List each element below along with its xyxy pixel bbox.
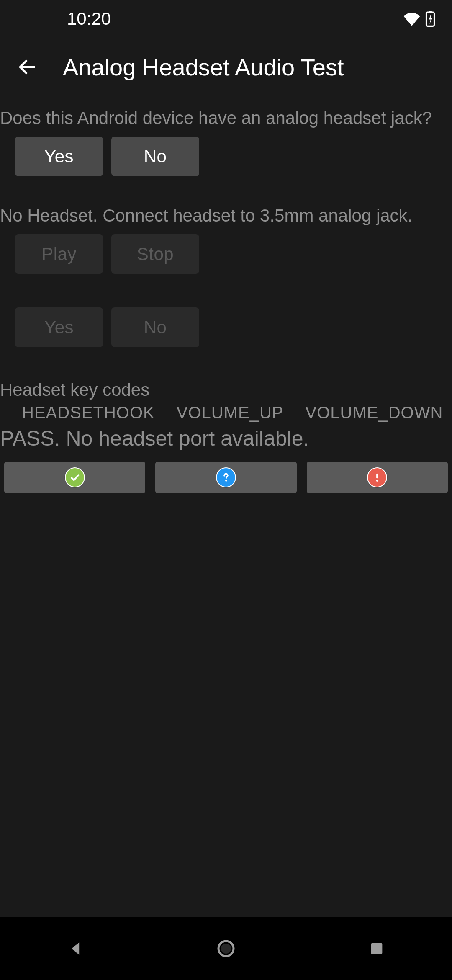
page-title: Analog Headset Audio Test [63,54,344,81]
confirm2-yes-button: Yes [15,307,103,347]
confirm2-no-button: No [111,307,199,347]
svg-point-4 [376,480,378,482]
svg-rect-3 [376,474,378,479]
fail-button[interactable] [307,462,448,493]
keycodes-label: Headset key codes [0,347,452,400]
keycode-item: VOLUME_DOWN [305,403,443,422]
result-text: PASS. No headset port available. [0,422,452,451]
keycode-item: HEADSETHOOK [22,403,155,422]
has-jack-no-button[interactable]: No [111,137,199,176]
app-bar: Analog Headset Audio Test [0,38,452,96]
keycodes-row: HEADSETHOOK VOLUME_UP VOLUME_DOWN [0,400,452,422]
result-button-row [0,451,452,493]
battery-charging-icon [425,11,435,27]
nav-home-button[interactable] [211,934,241,963]
nav-recent-button[interactable] [362,934,391,963]
navigation-bar [0,917,452,980]
question-icon [216,467,236,487]
pass-button[interactable] [4,462,145,493]
exclamation-icon [367,467,387,487]
svg-rect-7 [371,943,383,954]
wifi-icon [403,12,420,26]
check-icon [65,467,85,487]
keycode-item: VOLUME_UP [177,403,284,422]
playback-button-row: Play Stop [0,226,452,274]
status-bar: 10:20 [0,0,452,38]
content-area: Does this Android device have an analog … [0,96,452,917]
nav-back-button[interactable] [61,934,90,963]
status-icons [403,11,435,27]
info-button[interactable] [155,462,296,493]
status-time: 10:20 [67,9,111,29]
headset-status-text: No Headset. Connect headset to 3.5mm ana… [0,176,452,226]
has-jack-yes-button[interactable]: Yes [15,137,103,176]
question-has-jack: Does this Android device have an analog … [0,96,452,128]
question1-button-row: Yes No [0,128,452,176]
play-button: Play [15,234,103,274]
confirm2-button-row: Yes No [0,299,452,347]
back-button[interactable] [17,57,38,77]
svg-rect-1 [429,11,432,13]
stop-button: Stop [111,234,199,274]
svg-point-2 [225,480,227,481]
svg-point-6 [221,944,231,954]
